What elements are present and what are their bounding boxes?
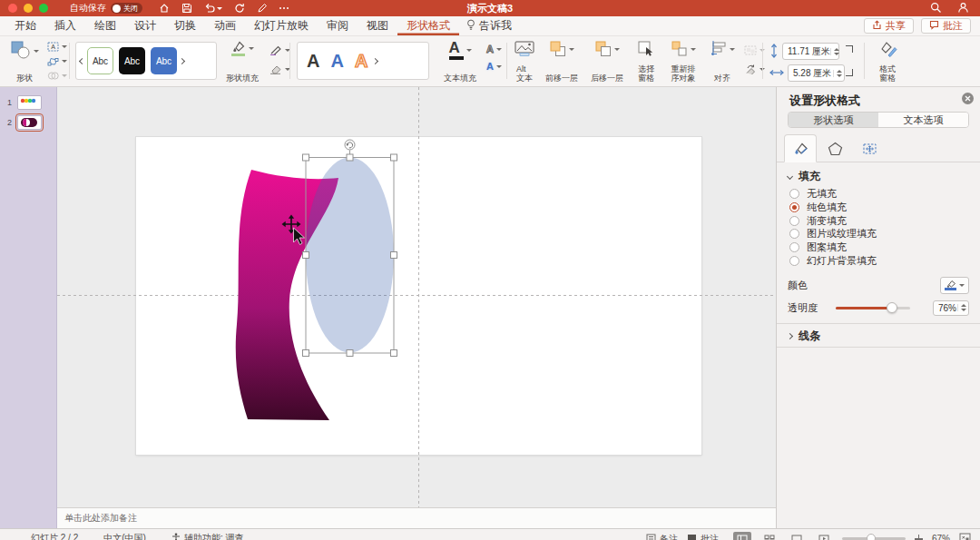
tell-me-button[interactable]: 告诉我 <box>459 16 519 35</box>
shape-style-3[interactable]: Abc <box>151 47 177 74</box>
slide-sorter-view-button[interactable] <box>760 532 779 540</box>
fill-option-gradient[interactable]: 渐变填充 <box>777 214 980 228</box>
tab-view[interactable]: 视图 <box>358 16 397 35</box>
slide-1-preview[interactable] <box>17 95 42 110</box>
radio-icon[interactable] <box>789 189 799 199</box>
fill-option-solid[interactable]: 纯色填充 <box>777 201 980 214</box>
resize-handle-e[interactable] <box>391 252 397 259</box>
shape-width-input[interactable]: 5.28 厘米 <box>788 64 845 82</box>
fill-option-none[interactable]: 无填充 <box>777 187 980 201</box>
format-pane-button[interactable]: 格式窗格 <box>869 41 906 83</box>
line-section-header[interactable]: 线条 <box>788 329 820 344</box>
fill-color-button[interactable] <box>940 277 969 294</box>
resize-handle-ne[interactable] <box>391 154 397 161</box>
normal-view-button[interactable] <box>733 532 751 540</box>
transparency-slider[interactable] <box>836 307 910 309</box>
draw-icon[interactable] <box>257 3 268 14</box>
tab-draw[interactable]: 绘图 <box>85 16 125 35</box>
language-indicator[interactable]: 中文(中国) <box>103 532 146 540</box>
share-button[interactable]: 共享 <box>864 18 914 34</box>
send-backward-button[interactable]: 后移一层 <box>586 41 628 83</box>
reading-view-button[interactable] <box>788 532 806 540</box>
resize-handle-s[interactable] <box>347 350 353 357</box>
shape-width-stepper[interactable] <box>833 70 842 77</box>
shape-height-input[interactable]: 11.71 厘米 <box>782 43 839 60</box>
text-fill-button[interactable]: A 文本填充 <box>437 41 483 83</box>
fill-option-background[interactable]: 幻灯片背景填充 <box>777 254 980 268</box>
shape-style-1[interactable]: Abc <box>87 47 113 74</box>
slideshow-view-button[interactable] <box>815 532 833 540</box>
shape-style-2[interactable]: Abc <box>119 47 145 74</box>
fill-line-tab[interactable] <box>784 134 817 162</box>
autosave-toggle[interactable]: 关闭 <box>111 3 142 14</box>
tab-animations[interactable]: 动画 <box>205 16 245 35</box>
radio-icon[interactable] <box>789 256 799 266</box>
undo-dropdown-icon[interactable] <box>217 7 222 10</box>
wordart-next-icon[interactable] <box>372 57 378 64</box>
text-box-button[interactable]: A <box>47 42 67 52</box>
tab-review[interactable]: 审阅 <box>318 16 358 35</box>
transparency-input[interactable]: 76% <box>933 300 969 316</box>
resize-handle-n[interactable] <box>347 154 353 161</box>
zoom-slider-thumb[interactable] <box>867 534 876 540</box>
radio-icon[interactable] <box>789 216 799 226</box>
text-outline-button[interactable]: A <box>486 44 502 54</box>
notes-toggle[interactable]: 备注 <box>646 533 678 540</box>
account-icon[interactable] <box>957 2 969 15</box>
transparency-slider-thumb[interactable] <box>887 302 897 313</box>
text-options-tab[interactable]: 文本选项 <box>878 113 968 127</box>
redo-icon[interactable] <box>234 3 245 14</box>
radio-icon[interactable] <box>789 229 799 239</box>
comments-toggle[interactable]: 批注 <box>687 533 719 540</box>
minimize-window-button[interactable] <box>24 4 33 13</box>
wordart-style-2[interactable]: A <box>330 48 343 74</box>
tab-insert[interactable]: 插入 <box>45 16 85 35</box>
wordart-style-3[interactable]: A <box>355 48 368 74</box>
undo-icon[interactable] <box>204 3 222 14</box>
alt-text-button[interactable]: Alt文本 <box>510 41 539 83</box>
shape-height-stepper[interactable] <box>830 48 839 55</box>
save-icon[interactable] <box>181 3 192 14</box>
fill-option-pattern[interactable]: 图案填充 <box>777 241 980 254</box>
zoom-level[interactable]: 67% <box>932 534 950 540</box>
resize-handle-nw[interactable] <box>303 154 309 161</box>
fullscreen-window-button[interactable] <box>39 4 48 13</box>
close-window-button[interactable] <box>8 4 17 13</box>
ellipse-shape[interactable] <box>306 158 394 353</box>
radio-icon[interactable] <box>789 202 799 212</box>
comments-button[interactable]: 批注 <box>921 18 971 34</box>
tab-transitions[interactable]: 切换 <box>165 16 205 35</box>
text-effects-button[interactable]: A <box>486 62 502 72</box>
shape-effects-button[interactable] <box>270 64 290 74</box>
gallery-prev-icon[interactable] <box>79 57 85 64</box>
home-icon[interactable] <box>159 3 170 14</box>
selection-pane-button[interactable]: 选择窗格 <box>632 41 661 83</box>
panel-close-button[interactable] <box>962 93 974 104</box>
resize-handle-se[interactable] <box>391 350 397 357</box>
notes-area[interactable]: 单击此处添加备注 <box>57 507 776 528</box>
fill-section-header[interactable]: 填充 <box>788 169 820 184</box>
effects-tab[interactable] <box>818 134 851 162</box>
fill-option-picture[interactable]: 图片或纹理填充 <box>777 227 980 241</box>
size-properties-tab[interactable] <box>853 134 886 162</box>
edit-shape-button[interactable] <box>47 56 67 66</box>
resize-handle-sw[interactable] <box>303 350 309 357</box>
search-icon[interactable] <box>930 2 942 15</box>
fit-slide-icon[interactable] <box>959 533 971 540</box>
resize-handle-w[interactable] <box>303 252 309 259</box>
align-button[interactable]: 对齐 <box>706 41 739 83</box>
accessibility-status[interactable]: 辅助功能: 调查 <box>172 532 244 540</box>
tab-shape-format[interactable]: 形状格式 <box>397 16 459 35</box>
transparency-stepper[interactable] <box>957 304 966 311</box>
slide-thumbnail-1[interactable]: 1 <box>0 93 56 113</box>
shape-options-tab[interactable]: 形状选项 <box>789 113 878 127</box>
insert-shapes-button[interactable]: 形状 <box>5 41 44 83</box>
bring-forward-button[interactable]: 前移一层 <box>541 41 583 83</box>
merge-shapes-button[interactable] <box>47 71 67 81</box>
tab-design[interactable]: 设计 <box>125 16 165 35</box>
slide-thumbnail-2[interactable]: 2 <box>0 113 56 133</box>
more-commands-icon[interactable] <box>279 7 289 9</box>
shape-outline-button[interactable] <box>270 45 290 55</box>
tab-home[interactable]: 开始 <box>5 16 45 35</box>
editing-canvas[interactable] <box>57 87 776 507</box>
